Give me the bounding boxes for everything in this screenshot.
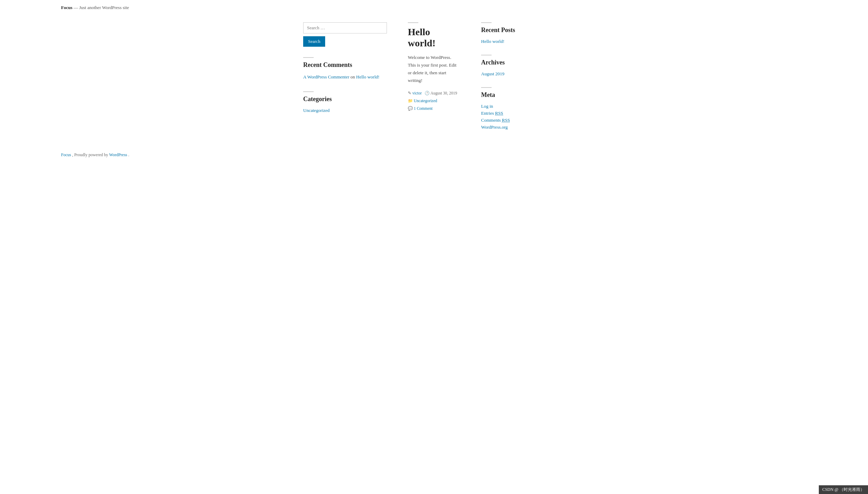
meta-entries-rss-link[interactable]: Entries RSS <box>481 111 503 116</box>
list-item: August 2019 <box>481 71 565 77</box>
meta-comments-rss-link[interactable]: Comments RSS <box>481 117 510 123</box>
category-link[interactable]: Uncategorized <box>303 108 330 113</box>
site-tagline: Just another WordPress site <box>79 5 129 10</box>
footer-powered-by: , Proudly powered by <box>72 152 109 157</box>
search-widget: Search <box>303 22 387 47</box>
post-meta: ✎ victor 🕐 August 30, 2019 📁 Uncategoriz… <box>408 91 460 111</box>
archives-title: Archives <box>481 59 565 66</box>
list-item: Log in <box>481 104 565 109</box>
post-title-line <box>408 22 418 23</box>
site-separator: — <box>74 5 79 10</box>
meta-widget: Meta Log in Entries RSS Comments RSS Wor… <box>481 87 565 130</box>
site-name: Focus <box>61 5 73 10</box>
post-comment-link[interactable]: 1 Comment <box>414 106 433 111</box>
post-title: Hello world! <box>408 26 460 49</box>
site-footer: Focus , Proudly powered by WordPress . <box>0 147 868 162</box>
search-button[interactable]: Search <box>303 36 325 47</box>
site-title: Focus — Just another WordPress site <box>61 5 807 10</box>
list-item: Hello world! <box>481 39 565 44</box>
category-icon: 📁 <box>408 98 413 103</box>
list-item: Uncategorized <box>303 108 387 113</box>
post-comment-meta: 💬 1 Comment <box>408 106 433 111</box>
comment-icon: 💬 <box>408 106 413 111</box>
post-content: Welcome to WordPress. This is your first… <box>408 54 460 84</box>
post-author-meta: ✎ victor <box>408 91 422 96</box>
recent-posts-widget: Recent Posts Hello world! <box>481 22 565 44</box>
site-header: Focus — Just another WordPress site <box>0 0 868 15</box>
list-item: WordPress.org <box>481 124 565 130</box>
main-container: Search Recent Comments A WordPress Comme… <box>242 15 626 147</box>
meta-list: Log in Entries RSS Comments RSS WordPres… <box>481 104 565 130</box>
comment-post-link[interactable]: Hello world! <box>356 74 380 79</box>
post-date-meta: 🕐 August 30, 2019 <box>425 91 457 96</box>
search-input[interactable] <box>303 22 387 33</box>
meta-wordpress-link[interactable]: WordPress.org <box>481 124 508 130</box>
post-author-link[interactable]: victor <box>412 91 422 95</box>
post-category-link[interactable]: Uncategorized <box>414 99 437 103</box>
author-icon: ✎ <box>408 91 411 96</box>
list-item: Entries RSS <box>481 111 565 116</box>
archives-list: August 2019 <box>481 71 565 77</box>
post-date: August 30, 2019 <box>431 91 457 95</box>
widget-line <box>303 57 314 58</box>
footer-text: Focus , Proudly powered by WordPress . <box>61 152 129 157</box>
recent-comments-widget: Recent Comments A WordPress Commenter on… <box>303 57 387 81</box>
comment-on: on <box>351 74 356 79</box>
categories-list: Uncategorized <box>303 108 387 113</box>
date-icon: 🕐 <box>425 91 429 96</box>
widget-line-meta <box>481 87 492 88</box>
archives-widget: Archives August 2019 <box>481 55 565 77</box>
list-item: Comments RSS <box>481 117 565 123</box>
content-area: Hello world! Welcome to WordPress. This … <box>408 22 460 140</box>
footer-site-link[interactable]: Focus <box>61 152 71 157</box>
categories-widget: Categories Uncategorized <box>303 91 387 113</box>
commenter-link[interactable]: A WordPress Commenter <box>303 74 349 79</box>
footer-period: . <box>128 152 129 157</box>
recent-posts-list: Hello world! <box>481 39 565 44</box>
post-category-meta: 📁 Uncategorized <box>408 98 437 103</box>
meta-title: Meta <box>481 91 565 99</box>
widget-line-recent-posts <box>481 22 492 23</box>
recent-posts-title: Recent Posts <box>481 26 565 34</box>
widget-line-categories <box>303 91 314 92</box>
right-sidebar: Recent Posts Hello world! Archives Augus… <box>481 22 565 140</box>
left-sidebar: Search Recent Comments A WordPress Comme… <box>303 22 387 140</box>
recent-comments-title: Recent Comments <box>303 61 387 69</box>
widget-line-archives <box>481 55 492 55</box>
comment-item: A WordPress Commenter on Hello world! <box>303 74 387 81</box>
footer-wordpress-link[interactable]: WordPress <box>109 152 127 157</box>
recent-post-link[interactable]: Hello world! <box>481 39 504 44</box>
archive-link[interactable]: August 2019 <box>481 71 504 76</box>
categories-title: Categories <box>303 96 387 103</box>
meta-login-link[interactable]: Log in <box>481 104 493 109</box>
